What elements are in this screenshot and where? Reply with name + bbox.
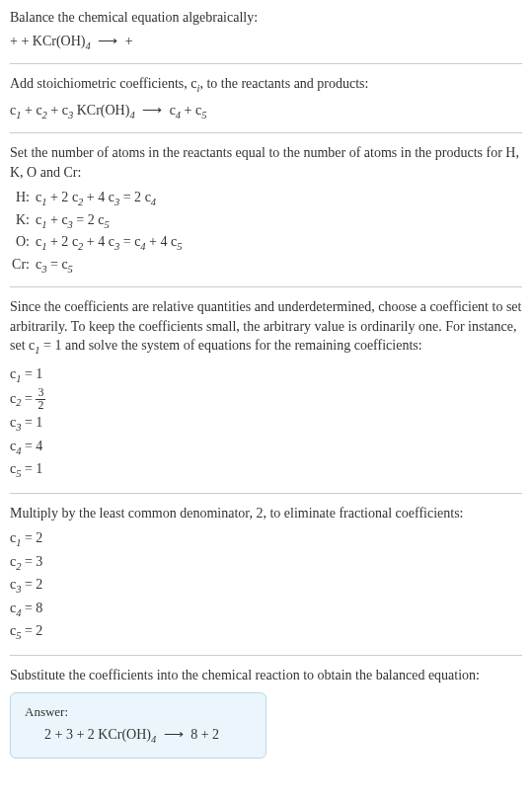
intro-eq-suffix: + bbox=[125, 34, 133, 48]
intro-eq-prefix: + + KCr(OH) bbox=[10, 34, 85, 48]
atom-label: H: bbox=[10, 188, 36, 207]
stoich-section: Add stoichiometric coefficients, ci, to … bbox=[10, 74, 522, 133]
eq: = 2 bbox=[21, 577, 42, 592]
t: = bbox=[119, 234, 134, 249]
s: 5 bbox=[68, 263, 73, 274]
substitute-section: Substitute the coefficients into the che… bbox=[10, 666, 522, 768]
s: 4 bbox=[151, 197, 156, 207]
arrow-icon: ⟶ bbox=[160, 727, 188, 742]
intro-equation: + + KCr(OH)4 ⟶ + bbox=[10, 32, 522, 53]
intro-section: Balance the chemical equation algebraica… bbox=[10, 8, 522, 64]
atom-eq: c1 + 2 c2 + 4 c3 = 2 c4 bbox=[36, 188, 156, 209]
coeff-row: c2 = 32 bbox=[10, 387, 522, 412]
atom-row-o: O: c1 + 2 c2 + 4 c3 = c4 + 4 c5 bbox=[10, 232, 522, 254]
multiply-section: Multiply by the least common denominator… bbox=[10, 504, 522, 656]
stoich-text-before: Add stoichiometric coefficients, bbox=[10, 76, 190, 91]
coeff-row: c3 = 2 bbox=[10, 575, 522, 597]
t: = bbox=[46, 257, 61, 272]
coeff-row: c5 = 2 bbox=[10, 621, 522, 643]
eq: = 4 bbox=[21, 439, 42, 453]
intro-line1: Balance the chemical equation algebraica… bbox=[10, 8, 522, 28]
substitute-text: Substitute the coefficients into the che… bbox=[10, 666, 522, 685]
atom-eq: c1 + 2 c2 + 4 c3 = c4 + 4 c5 bbox=[36, 232, 182, 254]
arrow-icon: ⟶ bbox=[94, 34, 121, 48]
t: + 4 bbox=[83, 190, 108, 204]
stoich-equation: c1 + c2 + c3 KCr(OH)4 ⟶ c4 + c5 bbox=[10, 101, 522, 122]
coeff-row: c1 = 2 bbox=[10, 528, 522, 550]
atom-label: Cr: bbox=[10, 255, 36, 275]
t: = 2 bbox=[73, 212, 98, 227]
coeff-list: c1 = 1 c2 = 32 c3 = 1 c4 = 4 c5 = 1 bbox=[10, 364, 522, 482]
eq: = 1 bbox=[21, 366, 42, 381]
coeff-row: c4 = 4 bbox=[10, 437, 522, 458]
stoich-text-after: , to the reactants and products: bbox=[199, 76, 368, 91]
t: + 2 bbox=[46, 234, 71, 249]
answer-eq-sub: 4 bbox=[151, 734, 156, 745]
atom-label: O: bbox=[10, 232, 36, 252]
atom-eq: c1 + c3 = 2 c5 bbox=[36, 210, 110, 232]
arb-text-2: = 1 and solve the system of equations fo… bbox=[40, 338, 422, 353]
stoich-text: Add stoichiometric coefficients, ci, to … bbox=[10, 74, 522, 96]
s: 5 bbox=[177, 241, 182, 252]
frac-den: 2 bbox=[36, 400, 45, 412]
fraction: 32 bbox=[36, 387, 45, 412]
coeff-row: c1 = 1 bbox=[10, 364, 522, 386]
t: = 2 bbox=[119, 190, 144, 204]
eq: = 2 bbox=[21, 623, 42, 638]
answer-eq-p1: 2 + 3 + 2 KCr(OH) bbox=[44, 727, 151, 742]
atom-table: H: c1 + 2 c2 + 4 c3 = 2 c4 K: c1 + c3 = … bbox=[10, 188, 522, 277]
t: + bbox=[46, 212, 61, 227]
atom-row-cr: Cr: c3 = c5 bbox=[10, 255, 522, 277]
eq: = 2 bbox=[21, 530, 42, 545]
s: 5 bbox=[104, 219, 109, 230]
eq: = 1 bbox=[21, 415, 42, 430]
plus: + bbox=[181, 103, 195, 118]
plus: + bbox=[21, 103, 36, 118]
answer-equation: 2 + 3 + 2 KCr(OH)4 ⟶ 8 + 2 bbox=[25, 725, 252, 747]
atom-label: K: bbox=[10, 210, 36, 230]
atoms-intro: Set the number of atoms in the reactants… bbox=[10, 143, 522, 182]
kcroh-sub: 4 bbox=[129, 109, 134, 120]
eq: = 1 bbox=[21, 461, 42, 476]
c5-sub: 5 bbox=[201, 109, 206, 120]
eq: = 3 bbox=[21, 554, 42, 569]
answer-eq-p2: 8 + 2 bbox=[190, 727, 219, 742]
coeff-row: c3 = 1 bbox=[10, 413, 522, 435]
arbitrary-section: Since the coefficients are relative quan… bbox=[10, 297, 522, 493]
coeff-list: c1 = 2 c2 = 3 c3 = 2 c4 = 8 c5 = 2 bbox=[10, 528, 522, 643]
atom-row-h: H: c1 + 2 c2 + 4 c3 = 2 c4 bbox=[10, 188, 522, 209]
arbitrary-text: Since the coefficients are relative quan… bbox=[10, 297, 522, 359]
multiply-text: Multiply by the least common denominator… bbox=[10, 504, 522, 523]
coeff-row: c4 = 8 bbox=[10, 599, 522, 620]
t: + 2 bbox=[46, 190, 71, 204]
plus: + bbox=[47, 103, 62, 118]
eq: = 8 bbox=[21, 601, 42, 615]
atom-eq: c3 = c5 bbox=[36, 255, 73, 277]
arrow-icon: ⟶ bbox=[138, 103, 166, 118]
atoms-section: Set the number of atoms in the reactants… bbox=[10, 143, 522, 287]
atom-row-k: K: c1 + c3 = 2 c5 bbox=[10, 210, 522, 232]
eq: = bbox=[21, 391, 36, 406]
intro-eq-sub: 4 bbox=[85, 40, 90, 50]
answer-box: Answer: 2 + 3 + 2 KCr(OH)4 ⟶ 8 + 2 bbox=[10, 692, 266, 759]
coeff-row: c5 = 1 bbox=[10, 459, 522, 481]
answer-label: Answer: bbox=[25, 703, 252, 721]
t: + 4 bbox=[83, 234, 108, 249]
coeff-row: c2 = 3 bbox=[10, 552, 522, 574]
t: + 4 bbox=[146, 234, 171, 249]
kcroh: KCr(OH) bbox=[73, 103, 129, 118]
